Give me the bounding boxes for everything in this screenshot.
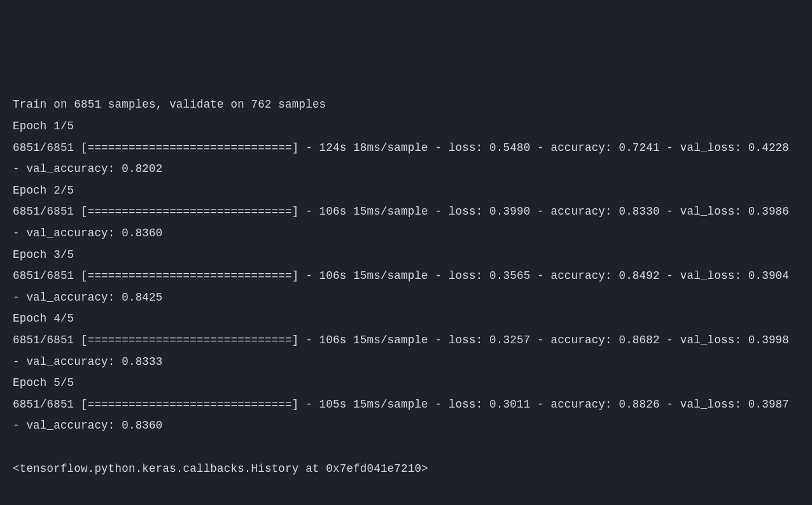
- epoch-label: Epoch 4/5: [13, 312, 74, 325]
- epoch-progress: 6851/6851 [=============================…: [13, 398, 796, 432]
- epoch-label: Epoch 1/5: [13, 120, 74, 132]
- epoch-label: Epoch 5/5: [13, 376, 74, 389]
- return-value: <tensorflow.python.keras.callbacks.Histo…: [13, 459, 799, 480]
- epoch-progress: 6851/6851 [=============================…: [13, 205, 796, 239]
- training-output: Train on 6851 samples, validate on 762 s…: [13, 94, 799, 480]
- training-header: Train on 6851 samples, validate on 762 s…: [13, 98, 326, 111]
- epoch-progress: 6851/6851 [=============================…: [13, 141, 796, 176]
- epoch-label: Epoch 3/5: [13, 248, 74, 261]
- epoch-progress: 6851/6851 [=============================…: [13, 334, 796, 368]
- epoch-label: Epoch 2/5: [13, 184, 74, 197]
- epoch-progress: 6851/6851 [=============================…: [13, 269, 796, 304]
